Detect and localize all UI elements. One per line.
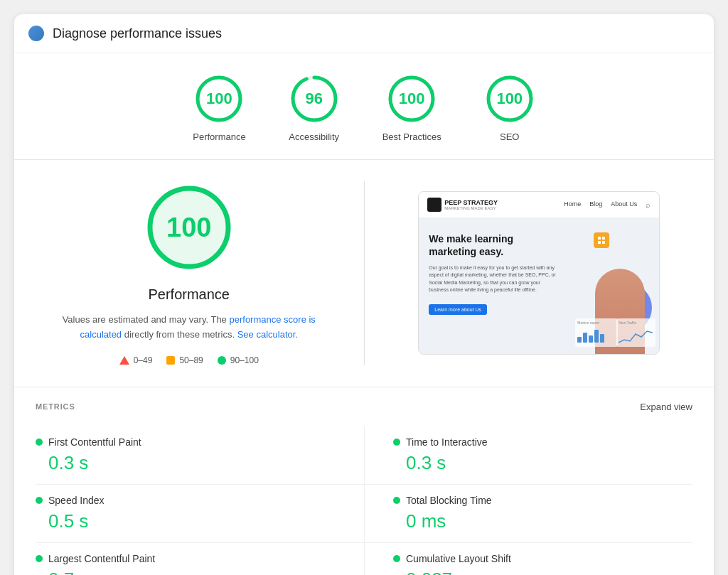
metric-fcp-dot bbox=[36, 439, 43, 446]
big-score-number: 100 bbox=[166, 213, 211, 243]
site-tagline: MARKETING MADE EASY bbox=[444, 206, 498, 210]
metric-fcp-header: First Contentful Paint bbox=[36, 436, 336, 448]
chart-decoration: Metrics report bbox=[575, 318, 618, 347]
calculator-link[interactable]: See calculator. bbox=[237, 329, 298, 340]
metrics-grid: First Contentful Paint 0.3 s Time to Int… bbox=[36, 426, 692, 575]
metric-tti-header: Time to Interactive bbox=[393, 436, 692, 448]
bar-2 bbox=[583, 333, 587, 343]
card-header: Diagnose performance issues bbox=[14, 14, 714, 53]
score-label-seo: SEO bbox=[500, 131, 519, 142]
performance-description: Values are estimated and may vary. The p… bbox=[54, 313, 324, 343]
score-circle-performance: 100 bbox=[193, 73, 245, 124]
legend-average: 50–89 bbox=[166, 355, 203, 365]
fail-icon bbox=[119, 356, 129, 365]
description-text-1: Values are estimated and may vary. The bbox=[63, 314, 227, 325]
metric-tbt-dot bbox=[393, 497, 400, 504]
site-screenshot: PEEP STRATEGY MARKETING MADE EASY Home B… bbox=[418, 191, 660, 355]
big-score-circle: 100 bbox=[143, 181, 235, 274]
nav-home: Home bbox=[564, 200, 581, 209]
pass-icon bbox=[218, 356, 226, 365]
performance-title: Performance bbox=[149, 286, 230, 303]
bar-5 bbox=[600, 334, 604, 343]
mini-bars bbox=[577, 327, 616, 343]
score-value-seo: 100 bbox=[496, 90, 523, 108]
metric-fcp: First Contentful Paint 0.3 s bbox=[36, 426, 364, 485]
metric-lcp-dot bbox=[36, 555, 43, 562]
metric-tti-dot bbox=[393, 439, 400, 446]
score-accessibility: 96 Accessibility bbox=[289, 73, 340, 142]
score-circle-best-practices: 100 bbox=[386, 73, 437, 124]
screenshot-body: We make learning marketing easy. Our goa… bbox=[419, 218, 659, 354]
hero-text: We make learning marketing easy. Our goa… bbox=[419, 218, 567, 354]
legend-fail: 0–49 bbox=[119, 355, 153, 365]
traffic-label: New Traffic bbox=[619, 321, 653, 325]
nav-blog: Blog bbox=[589, 200, 602, 209]
metric-fcp-value: 0.3 s bbox=[36, 452, 336, 474]
legend-pass-label: 90–100 bbox=[230, 355, 259, 365]
bar-3 bbox=[589, 335, 593, 343]
metric-cls: Cumulative Layout Shift 0.027 bbox=[364, 543, 692, 575]
average-icon bbox=[166, 356, 175, 365]
site-logo: PEEP STRATEGY MARKETING MADE EASY bbox=[427, 198, 498, 212]
main-section: 100 Performance Values are estimated and… bbox=[14, 160, 714, 387]
score-value-performance: 100 bbox=[206, 90, 232, 108]
metric-cls-value: 0.027 bbox=[393, 569, 692, 575]
hero-cta: Learn more about Us bbox=[429, 304, 487, 315]
site-name: PEEP STRATEGY bbox=[444, 199, 498, 206]
metric-lcp: Largest Contentful Paint 0.7 s bbox=[36, 543, 364, 575]
metric-si: Speed Index 0.5 s bbox=[36, 485, 364, 543]
svg-rect-11 bbox=[602, 237, 605, 240]
metric-si-value: 0.5 s bbox=[36, 510, 336, 532]
legend: 0–49 50–89 90–100 bbox=[119, 355, 259, 365]
metrics-section: METRICS Expand view First Contentful Pai… bbox=[14, 387, 714, 575]
orange-box-decoration bbox=[594, 232, 609, 248]
score-circle-accessibility: 96 bbox=[289, 73, 340, 124]
screenshot-nav-items: Home Blog About Us ⌕ bbox=[564, 200, 651, 209]
metric-tti-value: 0.3 s bbox=[393, 452, 692, 474]
svg-rect-10 bbox=[598, 237, 601, 240]
score-value-accessibility: 96 bbox=[305, 90, 322, 108]
main-card: Diagnose performance issues 100 Performa… bbox=[14, 14, 714, 575]
metric-tti-name: Time to Interactive bbox=[406, 436, 488, 448]
description-text-2: directly from these metrics. bbox=[124, 329, 235, 340]
scores-section: 100 Performance 96 Accessibility 1 bbox=[14, 53, 714, 160]
score-best-practices: 100 Best Practices bbox=[382, 73, 441, 142]
chart-label: Metrics report bbox=[577, 321, 616, 325]
score-circle-seo: 100 bbox=[484, 73, 535, 124]
metric-fcp-name: First Contentful Paint bbox=[48, 436, 141, 448]
metric-tbt-value: 0 ms bbox=[393, 510, 692, 532]
search-icon: ⌕ bbox=[646, 200, 651, 209]
metric-tbt-name: Total Blocking Time bbox=[406, 495, 492, 506]
logo-box bbox=[427, 198, 441, 212]
nav-about: About Us bbox=[611, 200, 637, 209]
score-seo: 100 SEO bbox=[484, 73, 535, 142]
metric-lcp-header: Largest Contentful Paint bbox=[36, 553, 336, 564]
traffic-decoration: New Traffic bbox=[616, 318, 655, 347]
legend-pass: 90–100 bbox=[218, 355, 259, 365]
metric-cls-header: Cumulative Layout Shift bbox=[393, 553, 692, 564]
hero-subtext: Our goal is to make it easy for you to g… bbox=[429, 264, 557, 294]
expand-view-button[interactable]: Expand view bbox=[640, 402, 692, 412]
diagnostic-icon bbox=[28, 26, 44, 41]
score-label-performance: Performance bbox=[193, 131, 245, 142]
metric-lcp-name: Largest Contentful Paint bbox=[48, 553, 155, 564]
score-label-best-practices: Best Practices bbox=[382, 131, 441, 142]
score-performance: 100 Performance bbox=[193, 73, 245, 142]
metric-tbt-header: Total Blocking Time bbox=[393, 495, 692, 506]
metric-si-name: Speed Index bbox=[48, 495, 105, 506]
metric-cls-name: Cumulative Layout Shift bbox=[406, 553, 511, 564]
page-title: Diagnose performance issues bbox=[53, 26, 222, 41]
performance-right: PEEP STRATEGY MARKETING MADE EASY Home B… bbox=[393, 181, 686, 365]
hero-image: Metrics report New Traffic bbox=[567, 218, 659, 354]
legend-average-label: 50–89 bbox=[179, 355, 203, 365]
svg-rect-12 bbox=[598, 241, 601, 244]
performance-left: 100 Performance Values are estimated and… bbox=[43, 181, 336, 365]
metric-lcp-value: 0.7 s bbox=[36, 569, 336, 575]
screenshot-nav: PEEP STRATEGY MARKETING MADE EASY Home B… bbox=[419, 192, 659, 218]
metric-tti: Time to Interactive 0.3 s bbox=[364, 426, 692, 485]
metrics-header: METRICS Expand view bbox=[36, 402, 692, 412]
hero-headline: We make learning marketing easy. bbox=[429, 232, 557, 258]
score-value-best-practices: 100 bbox=[399, 90, 425, 108]
legend-fail-label: 0–49 bbox=[134, 355, 153, 365]
bar-1 bbox=[577, 337, 582, 343]
